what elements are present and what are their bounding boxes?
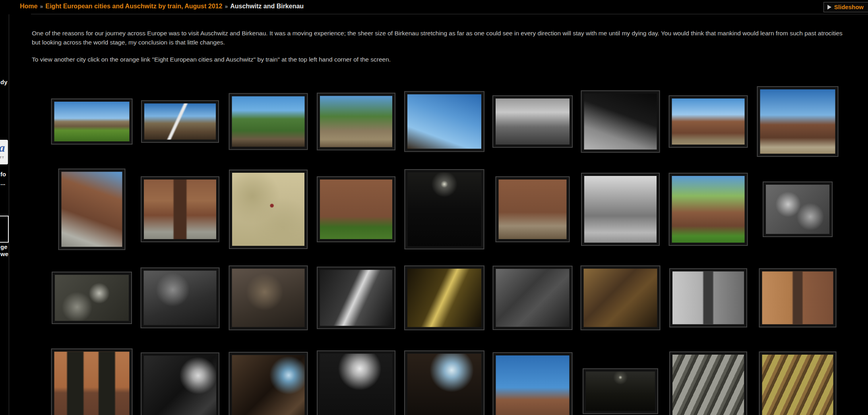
gallery-thumbnail[interactable] [58,169,126,250]
gallery-thumbnail[interactable] [229,93,308,150]
gallery-thumbnail[interactable] [759,268,837,328]
thumbnail-photo [766,185,829,234]
thumbnail-photo [584,269,657,327]
thumbnail-photo [62,172,122,247]
gallery-thumbnail[interactable] [317,267,395,329]
gallery-thumbnail[interactable] [583,369,658,414]
gallery-thumbnail[interactable] [757,86,839,157]
thumbnail-photo [584,94,657,150]
gallery-thumbnail[interactable] [669,268,747,328]
gallery-thumbnail[interactable] [404,351,484,415]
thumbnail-photo [760,89,835,154]
gallery-thumbnail[interactable] [51,98,133,145]
thumbnail-photo [407,269,481,327]
gallery-thumbnail[interactable] [141,100,219,143]
thumbnail-photo [499,180,567,239]
thumbnail-photo [586,372,655,411]
thumbnail-photo [320,354,392,415]
gallery-thumbnail[interactable] [581,266,661,330]
edge-fragment-text: fo [0,171,6,178]
thumbnail-photo [762,355,833,415]
thumbnail-photo [232,269,305,327]
gallery-thumbnail[interactable] [317,176,395,242]
thumbnail-photo [232,97,305,147]
gallery-thumbnail[interactable] [141,268,220,328]
gallery-thumbnail[interactable] [669,351,747,415]
thumbnail-photo [55,275,129,321]
gallery-thumbnail[interactable] [51,349,133,415]
edge-fragment-text: we [0,251,8,257]
gallery-thumbnail[interactable] [581,91,660,153]
gallery-thumbnail[interactable] [763,181,833,237]
edge-fragment-text: ge [0,243,8,250]
thumbnail-photo [672,355,744,415]
thumbnail-photo [144,104,216,140]
gallery-thumbnail[interactable] [52,272,132,324]
partial-logo-icon: a TT [0,140,8,164]
thumbnail-photo [496,269,570,327]
gallery-thumbnail[interactable] [404,91,484,152]
gallery-thumbnail[interactable] [317,351,395,415]
thumbnail-photo [144,356,216,415]
gallery-thumbnail[interactable] [229,170,308,249]
thumbnail-photo [672,176,745,243]
thumbnail-photo [232,355,305,415]
gallery-thumbnail[interactable] [493,266,573,330]
gallery-thumbnail[interactable] [141,353,219,415]
gallery-thumbnail[interactable] [493,352,573,415]
gallery-thumbnail[interactable] [229,352,308,415]
thumbnail-photo [407,354,481,415]
gallery-thumbnail[interactable] [581,173,660,246]
thumbnail-photo [144,180,216,239]
thumbnail-photo [408,172,481,246]
window-edge-divider [9,14,9,415]
thumbnail-photo [320,180,392,239]
thumbnail-photo [672,272,744,324]
thumbnail-photo [232,173,304,246]
thumbnail-photo [496,98,570,145]
thumbnail-photo [320,96,392,147]
gallery-thumbnail[interactable] [229,266,308,330]
gallery-thumbnail[interactable] [404,266,484,330]
thumbnail-photo [54,352,130,415]
partial-window-outline [0,216,9,243]
thumbnail-grid [0,0,868,415]
gallery-thumbnail[interactable] [669,173,748,246]
gallery-thumbnail[interactable] [405,169,484,249]
gallery-thumbnail[interactable] [496,176,570,242]
gallery-thumbnail[interactable] [492,95,573,148]
thumbnail-photo [407,95,481,149]
thumbnail-photo [672,98,745,145]
gallery-thumbnail[interactable] [141,176,219,242]
background-window-strip: dy a TT fo ... ge we [0,0,9,415]
thumbnail-photo [584,176,657,243]
thumbnail-photo [320,270,392,326]
edge-fragment-ellipsis: ... [0,180,6,186]
thumbnail-photo [762,272,833,324]
thumbnail-photo [496,355,570,415]
gallery-thumbnail[interactable] [317,93,395,151]
edge-fragment-text: dy [0,79,8,85]
thumbnail-photo [144,271,217,325]
thumbnail-photo [54,102,130,141]
gallery-thumbnail[interactable] [669,95,748,148]
gallery-thumbnail[interactable] [759,351,837,415]
